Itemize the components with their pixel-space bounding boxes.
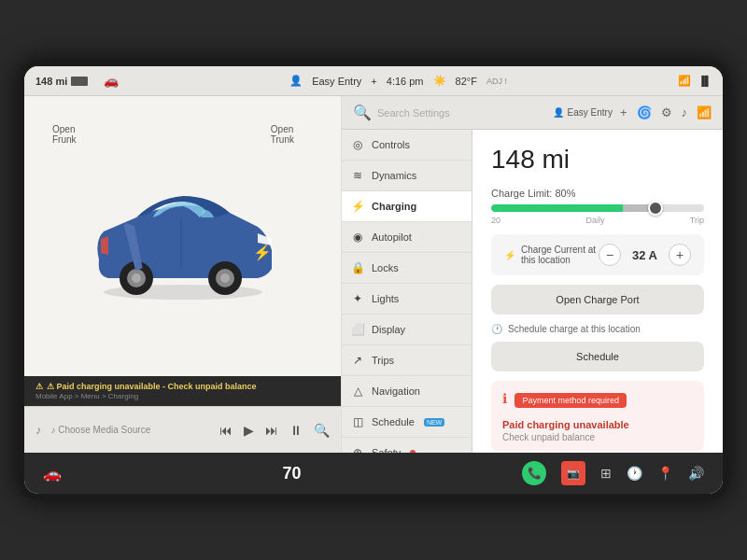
- screen-inner: 148 mi 🚗 👤 Easy Entry + 4:16 pm ☀️ 82°F …: [24, 66, 723, 494]
- charging-detail: 148 mi Charge Limit: 80%: [472, 130, 723, 453]
- increase-current-button[interactable]: +: [669, 244, 691, 266]
- mode-label: 👤: [289, 75, 303, 87]
- status-left: 148 mi 🚗: [35, 74, 119, 88]
- navigation-label: Navigation: [372, 385, 420, 397]
- media-controls: ⏮ ▶ ⏭ ⏸ 🔍: [219, 423, 330, 438]
- speed-display: 70: [282, 464, 301, 483]
- content-area: ◎ Controls ≋ Dynamics ⚡ Charging ◉: [342, 130, 723, 453]
- settings-icon[interactable]: ⚙: [661, 105, 672, 119]
- person-icon: 👤: [553, 107, 564, 118]
- clock-taskbar-icon[interactable]: 🕐: [627, 466, 642, 481]
- taskbar: 🚗 70 📞 📷 ⊞ 🕐 📍 🔊: [24, 453, 723, 494]
- sidebar-item-dynamics[interactable]: ≋ Dynamics: [342, 161, 472, 191]
- charge-bolt-icon: ⚡: [504, 250, 515, 260]
- plus-icon: +: [371, 76, 376, 87]
- camera-button[interactable]: 📷: [561, 461, 585, 485]
- phone-button[interactable]: 📞: [522, 461, 546, 485]
- sidebar-item-autopilot[interactable]: ◉ Autopilot: [342, 222, 472, 253]
- sidebar-item-lights[interactable]: ✦ Lights: [342, 284, 472, 315]
- search-input-area[interactable]: 🔍 Search Settings: [353, 104, 545, 121]
- autopilot-icon: ◉: [351, 231, 364, 244]
- open-frunk-label[interactable]: OpenFrunk: [52, 124, 77, 145]
- sidebar-item-navigation[interactable]: △ Navigation: [342, 376, 472, 407]
- warning-text: ⚠ Paid charging unavailable - Check unpa…: [47, 382, 257, 391]
- sidebar-item-charging[interactable]: ⚡ Charging: [342, 191, 472, 222]
- sun-icon: ☀️: [433, 75, 446, 87]
- sidebar-item-schedule[interactable]: ◫ Schedule NEW: [342, 407, 472, 438]
- location-icon[interactable]: 📍: [657, 466, 673, 481]
- sidebar-item-controls[interactable]: ◎ Controls: [342, 130, 472, 161]
- taskbar-right: 📞 📷 ⊞ 🕐 📍 🔊: [522, 461, 704, 485]
- music-header-icon[interactable]: ♪: [682, 105, 688, 119]
- charge-current-row: ⚡ Charge Current atthis location − 32 A …: [491, 234, 704, 275]
- easy-entry-badge: 👤 Easy Entry: [553, 107, 613, 118]
- wifi-header-icon[interactable]: 📶: [697, 105, 712, 119]
- search-media-icon[interactable]: 🔍: [314, 423, 330, 438]
- fan-icon[interactable]: 🌀: [637, 105, 652, 119]
- plus-header-icon[interactable]: +: [620, 105, 627, 119]
- volume-icon[interactable]: 🔊: [688, 466, 704, 481]
- lights-icon: ✦: [351, 292, 364, 305]
- locks-label: Locks: [372, 262, 399, 273]
- schedule-button[interactable]: Schedule: [491, 342, 704, 371]
- skip-icon[interactable]: ⏭: [265, 423, 278, 438]
- rewind-icon[interactable]: ⏮: [219, 423, 233, 438]
- open-charge-port-button[interactable]: Open Charge Port: [491, 285, 704, 315]
- car-icon: 🚗: [104, 74, 119, 88]
- main-content: OpenFrunk OpenTrunk: [24, 96, 723, 453]
- schedule-clock-icon: 🕐: [491, 324, 502, 334]
- easy-entry-label: Easy Entry: [312, 76, 361, 87]
- search-bar: 🔍 Search Settings 👤 Easy Entry + 🌀 ⚙ ♪ 📶: [342, 96, 723, 130]
- grid-icon[interactable]: ⊞: [600, 466, 612, 481]
- display-label: Display: [372, 324, 405, 335]
- open-trunk-label[interactable]: OpenTrunk: [271, 124, 294, 145]
- schedule-label: Schedule: [372, 416, 415, 427]
- sidebar-item-trips[interactable]: ↗ Trips: [342, 345, 472, 376]
- range-display: 148 mi: [491, 145, 704, 175]
- charge-current-label: ⚡ Charge Current atthis location: [504, 245, 596, 265]
- media-bar: ♪ ♪ Choose Media Source ⏮ ▶ ⏭ ⏸ 🔍: [24, 406, 341, 453]
- charge-current-control: − 32 A +: [599, 244, 691, 266]
- error-sub: Check unpaid balance: [502, 432, 693, 442]
- warning-title: ⚠ ⚠ Paid charging unavailable - Check un…: [35, 382, 257, 391]
- slider-thumb[interactable]: [648, 201, 663, 216]
- charging-label: Charging: [372, 201, 416, 212]
- decrease-current-button[interactable]: −: [599, 244, 621, 266]
- slider-label-daily: Daily: [585, 216, 604, 225]
- taskbar-left: 🚗: [43, 465, 62, 483]
- autopilot-label: Autopilot: [372, 231, 412, 243]
- charge-limit-label: Charge Limit: 80%: [491, 188, 576, 199]
- status-center: 👤 Easy Entry + 4:16 pm ☀️ 82°F ADJ !: [289, 75, 507, 87]
- sidebar-item-locks[interactable]: 🔒 Locks: [342, 253, 472, 284]
- sidebar-item-safety[interactable]: ⊕ Safety: [342, 438, 472, 453]
- search-icon: 🔍: [353, 104, 372, 121]
- media-source-label[interactable]: ♪ Choose Media Source: [51, 425, 211, 435]
- charge-limit-row: Charge Limit: 80%: [491, 188, 704, 199]
- battery-bar: [70, 76, 96, 87]
- temp-display: 82°F: [456, 76, 477, 87]
- safety-icon: ⊕: [351, 446, 364, 453]
- svg-text:⚡: ⚡: [253, 244, 272, 261]
- search-input[interactable]: Search Settings: [377, 107, 450, 119]
- warning-bar: ⚠ ⚠ Paid charging unavailable - Check un…: [24, 376, 341, 406]
- schedule-label: Schedule charge at this location: [508, 324, 641, 334]
- battery-range: 148 mi: [35, 76, 67, 87]
- signal-icon: ▐▌: [698, 76, 712, 86]
- left-panel: OpenFrunk OpenTrunk: [24, 96, 342, 453]
- svg-point-7: [220, 273, 230, 283]
- slider-label-trip: Trip: [690, 216, 704, 225]
- charging-icon: ⚡: [351, 200, 364, 213]
- sidebar-item-display[interactable]: ⬜ Display: [342, 315, 472, 345]
- car-taskbar-icon[interactable]: 🚗: [43, 465, 62, 483]
- slider-label-left: 20: [491, 216, 500, 225]
- charge-slider-container[interactable]: [491, 204, 704, 212]
- right-panel: 🔍 Search Settings 👤 Easy Entry + 🌀 ⚙ ♪ 📶: [342, 96, 723, 453]
- easy-entry-text: Easy Entry: [568, 107, 613, 118]
- wifi-icon: 📶: [678, 75, 691, 87]
- current-value: 32 A: [628, 248, 661, 262]
- navigation-icon: △: [351, 385, 364, 398]
- status-right: 📶 ▐▌: [678, 75, 712, 87]
- slider-labels: 20 Daily Trip: [491, 216, 704, 225]
- play-icon[interactable]: ▶: [244, 423, 254, 438]
- bars-icon[interactable]: ⏸: [289, 423, 303, 438]
